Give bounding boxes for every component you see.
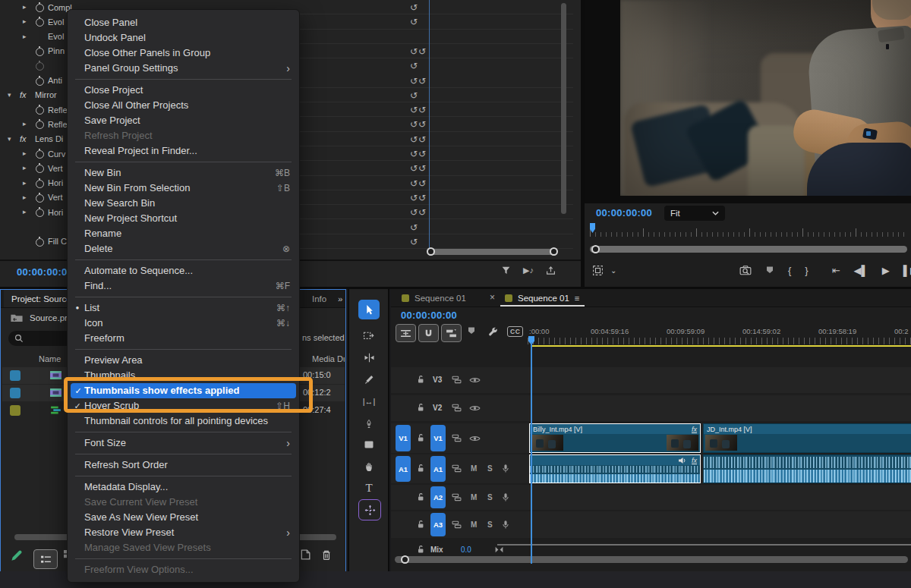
parameter-name[interactable]: Refle xyxy=(48,120,68,129)
parameter-name[interactable]: Refle xyxy=(48,105,68,115)
chevron-down-icon[interactable]: ▾ xyxy=(8,135,11,143)
stopwatch-icon[interactable] xyxy=(36,106,44,115)
menu-item-icon[interactable]: ⌘↓Icon xyxy=(68,316,299,331)
label-color-chip[interactable] xyxy=(10,405,20,416)
slip-tool[interactable]: |↔| xyxy=(358,391,380,411)
ripple-edit-tool[interactable] xyxy=(358,347,380,367)
menu-item-list[interactable]: ●⌘↑List xyxy=(68,300,299,316)
sync-lock-icon[interactable] xyxy=(452,464,462,473)
chevron-right-icon[interactable]: ▸ xyxy=(23,17,27,25)
track-lane-v3[interactable] xyxy=(528,367,911,393)
tab-sequence-01-active[interactable]: Sequence 01 ≡ xyxy=(505,289,580,307)
chevron-right-icon[interactable]: ▸ xyxy=(23,33,27,40)
track-lock-icon[interactable] xyxy=(416,375,425,384)
track-select-forward-tool[interactable] xyxy=(358,325,380,345)
zoom-level-select[interactable]: Fit xyxy=(664,206,725,221)
stopwatch-icon[interactable] xyxy=(36,209,44,217)
remix-tool[interactable] xyxy=(358,499,381,520)
track-target-a2[interactable]: A2 xyxy=(430,486,446,508)
program-timecode[interactable]: 00:00:00:00 xyxy=(596,207,652,219)
effect-controls-vertical-scrollbar[interactable] xyxy=(561,3,566,214)
parameter-name[interactable]: Curv xyxy=(48,149,65,159)
parameter-name[interactable]: Fill C xyxy=(48,237,67,246)
program-time-ruler[interactable] xyxy=(590,225,907,237)
export-icon[interactable] xyxy=(546,266,556,275)
stopwatch-icon[interactable] xyxy=(36,238,44,247)
chevron-down-icon[interactable]: ▾ xyxy=(8,91,11,99)
parameter-name[interactable]: Vert xyxy=(48,193,63,202)
filter-properties-icon[interactable] xyxy=(501,266,511,275)
zoom-handle-right[interactable] xyxy=(550,247,558,256)
zoom-handle-left[interactable] xyxy=(427,247,435,256)
add-marker-icon[interactable] xyxy=(467,326,476,335)
chevron-down-icon[interactable]: ⌄ xyxy=(610,266,616,275)
track-output-eye-icon[interactable] xyxy=(469,404,481,412)
mute-button[interactable]: M xyxy=(471,493,477,502)
fx-badge-icon[interactable]: fx xyxy=(20,90,27,99)
menu-item-close-all-other-projects[interactable]: Close All Other Projects xyxy=(68,98,299,113)
track-output-eye-icon[interactable] xyxy=(469,435,481,442)
insert-as-nests-button[interactable] xyxy=(396,324,416,342)
audio-clip-jd[interactable] xyxy=(703,454,911,483)
video-clip-jd-int-mp4-v[interactable]: JD_Int.mp4 [V] xyxy=(703,423,911,453)
mark-in-icon[interactable]: { xyxy=(788,265,791,276)
go-to-in-icon[interactable]: ⇤ xyxy=(832,265,840,276)
captions-icon[interactable]: CC xyxy=(507,326,523,337)
parameter-name[interactable]: Vert xyxy=(48,164,63,173)
menu-item-find[interactable]: ⌘FFind... xyxy=(68,278,299,294)
scroll-handle[interactable] xyxy=(401,555,409,564)
timeline-settings-wrench-icon[interactable] xyxy=(487,326,498,337)
stopwatch-icon[interactable] xyxy=(36,77,44,86)
list-view-button[interactable] xyxy=(33,549,58,569)
menu-item-save-project[interactable]: Save Project xyxy=(68,113,299,128)
step-back-icon[interactable]: ◀▌ xyxy=(854,265,868,276)
menu-item-close-other-panels-in-group[interactable]: Close Other Panels in Group xyxy=(68,46,299,61)
parameter-name[interactable]: Hori xyxy=(48,208,63,217)
menu-item-new-search-bin[interactable]: New Search Bin xyxy=(68,196,299,211)
hand-tool[interactable] xyxy=(358,457,380,476)
column-header-name[interactable]: Name xyxy=(39,354,61,363)
new-item-button[interactable] xyxy=(300,549,310,560)
track-lock-icon[interactable] xyxy=(416,520,425,529)
video-clip-billy-int-mp4-v[interactable]: Billy_Int.mp4 [V]fx xyxy=(529,423,701,453)
stopwatch-icon[interactable] xyxy=(36,180,44,188)
track-lock-icon[interactable] xyxy=(416,545,425,554)
parameter-name[interactable]: Pinn xyxy=(48,46,65,55)
voiceover-mic-icon[interactable] xyxy=(502,520,509,530)
type-tool[interactable]: T xyxy=(358,478,380,498)
pen-tool[interactable] xyxy=(358,414,380,434)
timeline-timecode[interactable]: 00:00:00:00 xyxy=(401,310,457,321)
menu-item-preview-area[interactable]: Preview Area xyxy=(68,353,299,368)
effect-name[interactable]: Lens Di xyxy=(35,134,63,143)
sync-lock-icon[interactable] xyxy=(452,376,462,384)
track-lock-icon[interactable] xyxy=(416,464,425,473)
close-tab-icon[interactable]: × xyxy=(490,292,495,303)
menu-item-restore-view-preset[interactable]: ›Restore View Preset xyxy=(68,525,299,540)
chevron-right-icon[interactable]: ▸ xyxy=(23,193,27,201)
export-frame-icon[interactable] xyxy=(739,265,752,275)
stopwatch-icon[interactable] xyxy=(36,165,44,173)
chevron-right-icon[interactable]: ▸ xyxy=(23,149,27,157)
menu-item-refresh-sort-order[interactable]: Refresh Sort Order xyxy=(68,458,299,473)
chevron-right-icon[interactable]: ▸ xyxy=(23,3,27,11)
label-color-chip[interactable] xyxy=(10,388,20,398)
sync-lock-icon[interactable] xyxy=(452,520,462,529)
chevron-right-icon[interactable]: ▸ xyxy=(23,208,27,215)
track-name-label[interactable]: V3 xyxy=(433,376,442,384)
stopwatch-icon[interactable] xyxy=(36,194,44,203)
track-lock-icon[interactable] xyxy=(416,433,425,442)
rectangle-tool[interactable] xyxy=(358,435,380,454)
effect-name[interactable]: Mirror xyxy=(35,90,57,99)
chevron-right-icon[interactable]: ▸ xyxy=(23,164,27,171)
menu-item-save-as-new-view-preset[interactable]: Save As New View Preset xyxy=(68,510,299,525)
audio-clip-billy[interactable]: fx xyxy=(529,454,701,483)
sync-lock-icon[interactable] xyxy=(452,493,462,502)
mute-button[interactable]: M xyxy=(471,520,477,529)
stopwatch-icon[interactable] xyxy=(36,121,44,129)
timeline-horizontal-scrollbar[interactable] xyxy=(395,556,908,563)
chevron-right-icon[interactable]: ▸ xyxy=(23,179,27,187)
razor-tool[interactable] xyxy=(358,369,380,389)
menu-item-metadata-display[interactable]: Metadata Display... xyxy=(68,480,299,495)
voiceover-mic-icon[interactable] xyxy=(502,492,509,502)
track-output-eye-icon[interactable] xyxy=(469,376,481,384)
